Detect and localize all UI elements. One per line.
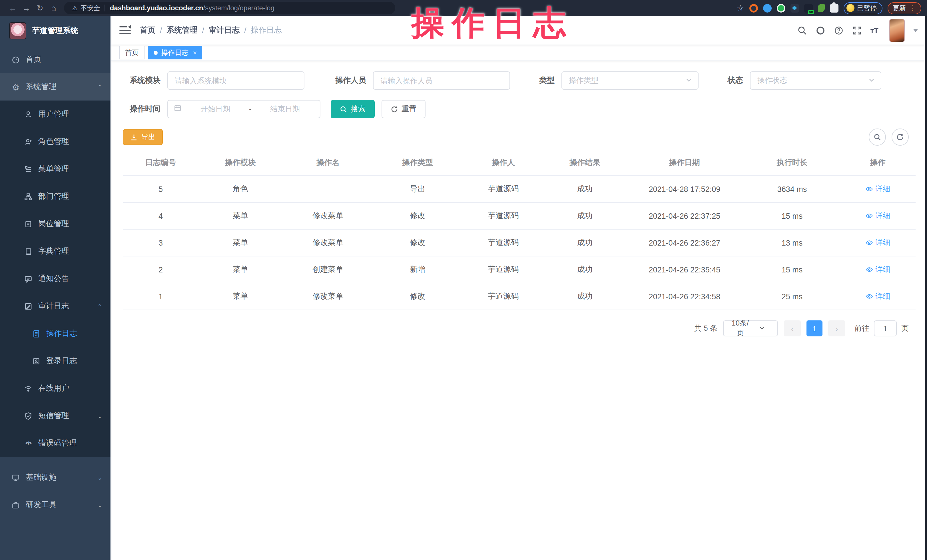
page-number-1[interactable]: 1 (807, 320, 822, 336)
app-logo-row[interactable]: 芋道管理系统 (0, 16, 111, 46)
tag-operate-log[interactable]: 操作日志 × (148, 46, 202, 59)
not-secure-label[interactable]: 不安全 (81, 4, 100, 12)
cell-duration: 25 ms (744, 283, 840, 310)
extension-icon-tampermonkey[interactable]: on (804, 4, 813, 12)
date-range-picker[interactable]: 开始日期 - 结束日期 (167, 100, 321, 118)
page-scrollbar[interactable] (925, 16, 927, 560)
search-button[interactable]: 搜索 (331, 100, 375, 118)
sidebar-item-dict-mgmt[interactable]: 字典管理 (0, 238, 111, 265)
extension-on-badge: on (808, 10, 814, 14)
module-input[interactable] (167, 71, 304, 90)
chrome-update-button[interactable]: 更新 ⋮ (887, 2, 921, 14)
bookmark-star-icon[interactable]: ☆ (737, 3, 744, 12)
sidebar-item-user-mgmt[interactable]: 用户管理 (0, 100, 111, 128)
sidebar-collapse-icon[interactable] (119, 26, 131, 35)
avatar-caret-icon[interactable] (913, 29, 918, 32)
browser-back-icon[interactable]: ← (6, 3, 20, 12)
col-module: 操作模块 (199, 151, 282, 176)
breadcrumb-current: 操作日志 (251, 25, 282, 35)
sidebar-item-sms-mgmt[interactable]: 短信管理 ⌄ (0, 402, 111, 429)
next-page-button[interactable]: › (828, 320, 845, 336)
search-icon[interactable] (797, 26, 807, 35)
breadcrumb-system[interactable]: 系统管理 (167, 25, 198, 35)
extension-icon-green[interactable] (777, 4, 785, 12)
cell-module: 菜单 (199, 283, 282, 310)
detail-link[interactable]: 详细 (865, 291, 890, 301)
help-icon[interactable] (834, 26, 843, 35)
extension-icon-orange[interactable] (749, 4, 758, 12)
shield-icon (24, 411, 33, 420)
cell-duration: 15 ms (744, 202, 840, 229)
toggle-search-icon-button[interactable] (869, 129, 886, 146)
user-avatar[interactable] (889, 18, 905, 42)
type-select[interactable]: 操作类型 (561, 71, 699, 90)
cell-log-id: 2 (123, 256, 199, 283)
sidebar-item-dev-tools[interactable]: 研发工具 ⌄ (0, 491, 111, 519)
sidebar-item-role-mgmt[interactable]: 角色管理 (0, 128, 111, 155)
extension-icon-leaf[interactable] (818, 4, 824, 12)
github-icon[interactable] (815, 26, 825, 35)
breadcrumb-audit[interactable]: 审计日志 (209, 25, 240, 35)
sidebar-item-home[interactable]: 首页 (0, 46, 111, 73)
cell-actions: 详细 (840, 202, 916, 229)
cell-actions: 详细 (840, 176, 916, 202)
sidebar-item-login-log[interactable]: 登录日志 (0, 347, 111, 375)
reset-button[interactable]: 重置 (381, 100, 426, 118)
extensions-puzzle-icon[interactable] (830, 4, 838, 12)
sidebar-item-audit-log[interactable]: 审计日志 ⌃ (0, 293, 111, 320)
gear-icon: ⚙ (11, 82, 20, 91)
tag-home[interactable]: 首页 (119, 46, 144, 59)
chevron-down-icon (685, 75, 692, 86)
end-date-placeholder[interactable]: 结束日期 (256, 104, 314, 114)
page-size-select[interactable]: 10条/页 (723, 320, 778, 336)
browser-reload-icon[interactable]: ↻ (33, 3, 47, 12)
refresh-icon-button[interactable] (892, 129, 909, 146)
extension-icon-blue-pin[interactable] (763, 4, 771, 12)
detail-link[interactable]: 详细 (865, 184, 890, 194)
sidebar-item-infrastructure[interactable]: 基础设施 ⌄ (0, 464, 111, 491)
breadcrumb-home[interactable]: 首页 (140, 25, 155, 35)
detail-link[interactable]: 详细 (865, 237, 890, 247)
detail-link-label: 详细 (875, 237, 890, 247)
font-size-icon[interactable]: тT (870, 26, 878, 35)
operator-input[interactable] (373, 71, 510, 90)
sidebar-submenu-system: 用户管理 角色管理 菜单管理 (0, 100, 111, 457)
module-label: 系统模块 (123, 75, 161, 86)
browser-menu-kebab-icon[interactable]: ⋮ (909, 5, 916, 11)
sidebar-item-menu-mgmt[interactable]: 菜单管理 (0, 155, 111, 183)
sidebar: 芋道管理系统 首页 ⚙ 系统管理 ⌃ 用户管理 (0, 16, 111, 560)
not-secure-warning-icon: ⚠ (72, 4, 78, 12)
sidebar-item-dept-mgmt[interactable]: 部门管理 (0, 183, 111, 210)
detail-link[interactable]: 详细 (865, 264, 890, 275)
sidebar-item-post-mgmt[interactable]: 岗位管理 (0, 210, 111, 238)
tag-close-icon[interactable]: × (193, 49, 197, 56)
cell-date: 2021-04-26 22:34:58 (625, 283, 744, 310)
export-button[interactable]: 导出 (123, 129, 163, 145)
address-bar[interactable]: ⚠ 不安全 dashboard.yudao.iocoder.cn /system… (64, 2, 395, 14)
prev-page-button[interactable]: ‹ (784, 320, 801, 336)
status-select-placeholder: 操作状态 (757, 75, 868, 86)
sidebar-item-label: 基础设施 (26, 472, 56, 483)
sidebar-item-errcode-mgmt[interactable]: </> 错误码管理 (0, 429, 111, 457)
goto-page-input[interactable] (874, 320, 897, 336)
chevron-down-icon: ⌄ (97, 413, 102, 419)
browser-home-icon[interactable]: ⌂ (47, 3, 61, 12)
cell-actions: 详细 (840, 256, 916, 283)
extension-icon-dark-diamond[interactable] (790, 4, 799, 12)
sidebar-item-operate-log[interactable]: 操作日志 (0, 320, 111, 347)
tags-view-bar: 首页 操作日志 × (111, 44, 927, 61)
chevron-down-icon: ⌄ (97, 502, 102, 508)
sidebar-item-label: 短信管理 (38, 411, 69, 421)
browser-forward-icon[interactable]: → (20, 3, 33, 12)
type-select-placeholder: 操作类型 (569, 75, 685, 86)
start-date-placeholder[interactable]: 开始日期 (186, 104, 245, 114)
sidebar-item-notice[interactable]: 通知公告 (0, 265, 111, 293)
detail-link[interactable]: 详细 (865, 211, 890, 221)
sidebar-item-system-mgmt[interactable]: ⚙ 系统管理 ⌃ (0, 73, 111, 100)
profile-paused-chip[interactable]: 已暂停 (843, 2, 883, 14)
sidebar-item-online-users[interactable]: 在线用户 (0, 375, 111, 402)
status-select[interactable]: 操作状态 (750, 71, 881, 90)
fullscreen-icon[interactable] (852, 26, 862, 35)
cell-duration: 15 ms (744, 256, 840, 283)
cell-module: 菜单 (199, 256, 282, 283)
